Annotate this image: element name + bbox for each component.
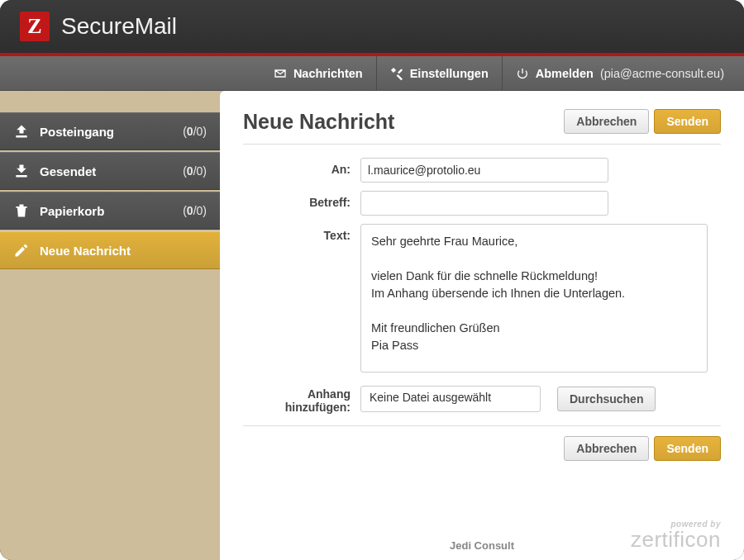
topmenu-logout[interactable]: Abmelden (pia@acme-consult.eu) [503,56,744,91]
sidebar-inbox-label: Posteingang [40,125,114,139]
to-label: An: [243,158,351,176]
subject-label: Betreff: [243,191,351,209]
mail-icon [274,67,287,80]
app-window: Z SecureMail Nachrichten Einstellungen A… [0,0,744,560]
send-button-top[interactable]: Senden [654,109,721,134]
page-header: Neue Nachricht Abbrechen Senden [243,109,721,145]
topmenu-settings-label: Einstellungen [410,67,489,80]
footer: Jedi Consult powered by zertificon [243,510,721,552]
cancel-button-top[interactable]: Abbrechen [564,109,649,134]
topmenu-settings[interactable]: Einstellungen [377,56,503,91]
page-actions-top: Abbrechen Senden [564,109,721,134]
main-panel: Neue Nachricht Abbrechen Senden An: Betr… [220,91,744,560]
tools-icon [390,67,403,80]
topmenu-messages[interactable]: Nachrichten [260,56,377,91]
compose-form: An: Betreff: Text: Anhang hinzufügen: Ke… [243,158,721,414]
sidebar-item-sent[interactable]: Gesendet (0/0) [0,152,220,190]
sidebar: Posteingang (0/0) Gesendet (0/0) Papierk… [0,91,220,560]
text-label: Text: [243,224,351,242]
sidebar-item-inbox[interactable]: Posteingang (0/0) [0,112,220,150]
body-textarea[interactable] [360,224,708,373]
brand-bar: Z SecureMail [0,0,744,56]
topmenu-logout-label: Abmelden [536,67,594,80]
brand-title: SecureMail [61,13,177,40]
sidebar-sent-label: Gesendet [40,164,96,178]
send-button-bottom[interactable]: Senden [654,436,721,461]
divider [243,425,721,426]
trash-icon [13,202,30,219]
sidebar-compose-label: Neue Nachricht [40,244,131,258]
body: Posteingang (0/0) Gesendet (0/0) Papierk… [0,91,744,560]
powered-by: powered by zertificon [631,520,721,550]
sent-icon [13,163,30,179]
attach-filename: Keine Datei ausgewählt [360,386,541,412]
sidebar-trash-count: (0/0) [183,204,207,217]
powered-by-logo: zertificon [631,529,721,550]
sidebar-trash-label: Papierkorb [40,204,104,218]
page-title: Neue Nachricht [243,110,394,134]
footer-tenant: Jedi Consult [450,539,514,552]
topmenu-messages-label: Nachrichten [293,67,363,80]
cancel-button-bottom[interactable]: Abbrechen [564,436,649,461]
sidebar-item-compose[interactable]: Neue Nachricht [0,231,220,269]
page-actions-bottom: Abbrechen Senden [243,436,721,461]
brand-logo: Z [20,12,50,41]
to-input[interactable] [360,158,608,183]
browse-button[interactable]: Durchsuchen [557,387,656,411]
inbox-icon [13,123,30,140]
sidebar-item-trash[interactable]: Papierkorb (0/0) [0,192,220,230]
sidebar-inbox-count: (0/0) [183,125,207,138]
topmenu-user-email: (pia@acme-consult.eu) [600,67,724,80]
top-menu: Nachrichten Einstellungen Abmelden (pia@… [0,56,744,91]
attach-label: Anhang hinzufügen: [243,384,351,414]
compose-icon [13,242,30,259]
subject-input[interactable] [360,191,608,216]
sidebar-sent-count: (0/0) [183,164,207,178]
power-icon [516,67,529,80]
